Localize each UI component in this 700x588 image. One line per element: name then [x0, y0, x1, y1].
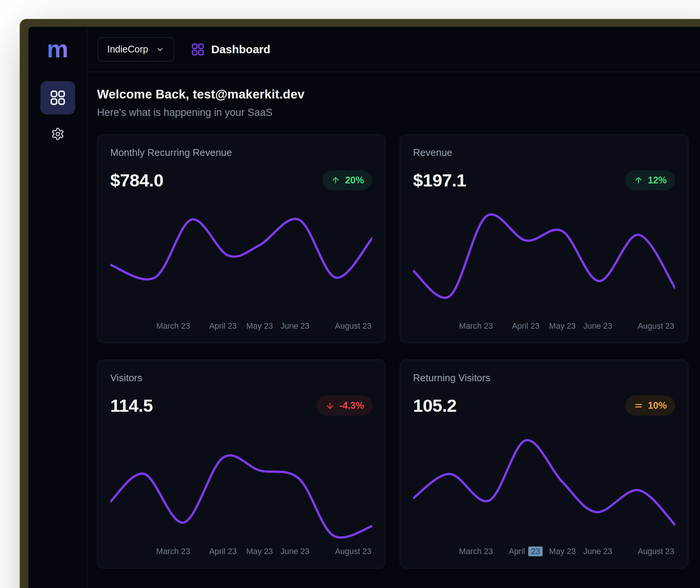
line-chart: [110, 203, 372, 319]
card-title: Returning Visitors: [413, 372, 675, 384]
trend-badge: 10%: [625, 396, 675, 416]
x-axis-label: August 23: [335, 322, 372, 331]
x-axis-label: March 23: [156, 322, 190, 331]
welcome-heading: Welcome Back, test@makerkit.dev: [97, 87, 688, 102]
chart-line: [110, 456, 372, 538]
welcome-subtitle: Here's what is happening in your SaaS: [97, 107, 688, 119]
x-axis-label: May 23: [549, 547, 576, 556]
equal-icon: [634, 401, 643, 411]
x-axis-label: April23: [509, 547, 543, 556]
x-axis-labels: March 23 April 23 May 23 June 23 August …: [110, 547, 372, 558]
x-axis-label: March 23: [156, 547, 190, 556]
arrow-down-icon: [325, 401, 335, 411]
trend-badge: 12%: [625, 170, 675, 190]
workspace-selector-button[interactable]: IndieCorp: [98, 37, 174, 62]
x-axis-labels: March 23 April 23 May 23 June 23 August …: [413, 322, 675, 333]
trend-value: 12%: [648, 175, 667, 186]
metric-card-returning-visitors: Returning Visitors 105.2 10%: [400, 360, 688, 568]
page-title: Dashboard: [191, 42, 270, 57]
dashboard-grid-icon: [191, 42, 205, 57]
x-axis-label: April 23: [512, 322, 540, 331]
line-chart: [110, 429, 372, 545]
x-axis-label: March 23: [459, 547, 493, 556]
arrow-up-icon: [331, 175, 341, 185]
x-axis-label: June 23: [583, 322, 612, 331]
metric-card-visitors: Visitors 114.5 -4.3%: [97, 360, 385, 568]
card-title: Revenue: [413, 147, 675, 159]
x-axis-label: April 23: [209, 322, 237, 331]
chart-line: [413, 214, 675, 298]
trend-badge: -4.3%: [317, 396, 372, 416]
x-axis-label: August 23: [638, 547, 674, 556]
page-content: Welcome Back, test@makerkit.dev Here's w…: [87, 72, 700, 588]
x-axis-label: May 23: [246, 322, 273, 331]
trend-value: 10%: [648, 400, 667, 411]
card-title: Visitors: [110, 372, 372, 384]
metric-value: $197.1: [413, 170, 466, 191]
x-axis-label: April 23: [209, 547, 237, 556]
chart-line: [110, 219, 372, 279]
x-axis-label: June 23: [583, 547, 612, 556]
topbar: IndieCorp Dashboard: [87, 27, 700, 72]
page-title-label: Dashboard: [211, 43, 270, 56]
trend-value: -4.3%: [339, 400, 364, 411]
metric-value: 105.2: [413, 395, 456, 416]
sidebar: m: [28, 27, 87, 588]
x-axis-label-highlight: 23: [528, 546, 543, 556]
app-window: m: [20, 19, 700, 588]
gear-icon: [51, 127, 65, 141]
sidebar-item-dashboard[interactable]: [40, 81, 75, 114]
chart-line: [413, 440, 675, 525]
workspace-name: IndieCorp: [107, 44, 148, 55]
sidebar-item-settings[interactable]: [51, 127, 65, 142]
desktop-background: m: [0, 0, 700, 588]
x-axis-label: May 23: [549, 322, 576, 331]
line-chart: [413, 429, 675, 545]
metrics-grid: Monthly Recurring Revenue $784.0 20%: [97, 134, 688, 583]
x-axis-label: May 23: [246, 547, 273, 556]
brand-logo: m: [47, 36, 68, 62]
chevron-down-icon: [156, 45, 165, 54]
metric-value: $784.0: [110, 170, 163, 191]
line-chart: [413, 203, 675, 319]
x-axis-label: August 23: [335, 547, 372, 556]
metric-card-revenue: Revenue $197.1 12%: [400, 134, 688, 343]
trend-value: 20%: [345, 175, 364, 186]
metric-value: 114.5: [110, 395, 153, 416]
card-title: Monthly Recurring Revenue: [110, 147, 372, 159]
main-area: IndieCorp Dashboard Welcome: [87, 27, 700, 588]
x-axis-labels: March 23 April 23 May 23 June 23 August …: [110, 322, 372, 333]
app-content: m: [28, 27, 700, 588]
x-axis-labels: March 23 April23 May 23 June 23 August 2…: [413, 547, 675, 558]
x-axis-label: August 23: [638, 322, 674, 331]
metric-card-mrr: Monthly Recurring Revenue $784.0 20%: [97, 134, 385, 343]
trend-badge: 20%: [322, 170, 372, 190]
x-axis-label: June 23: [281, 322, 310, 331]
arrow-up-icon: [634, 175, 643, 185]
x-axis-label: March 23: [459, 322, 493, 331]
layout-grid-icon: [49, 89, 66, 106]
x-axis-label: June 23: [281, 547, 310, 556]
